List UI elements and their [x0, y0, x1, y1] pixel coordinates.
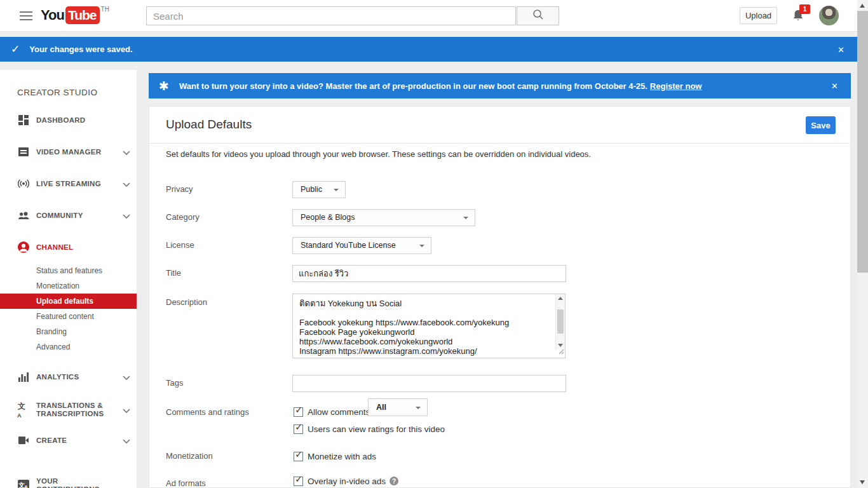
monetize-with-ads-label: Monetize with ads [308, 452, 376, 461]
dropdown-arrow-icon [419, 245, 424, 247]
intro-text: Set defaults for videos you upload throu… [166, 149, 591, 159]
monetize-row: ✓ Monetize with ads [294, 451, 376, 462]
privacy-value: Public [301, 185, 322, 194]
description-label: Description [166, 297, 207, 307]
check-icon: ✓ [11, 43, 20, 56]
view-ratings-checkbox[interactable]: ✓ [294, 424, 303, 434]
account-avatar[interactable] [819, 6, 839, 25]
top-header: You Tube TH Upload 1 [0, 0, 868, 32]
youtube-logo[interactable]: You Tube TH [41, 6, 109, 24]
upload-button[interactable]: Upload [740, 7, 777, 24]
video-manager-icon [18, 146, 29, 158]
page-title: Upload Defaults [166, 118, 252, 132]
sidebar-item-label: COMMUNITY [36, 212, 120, 220]
translate-icon: 文A [18, 404, 29, 416]
sidebar-item-analytics[interactable]: ANALYTICS [0, 369, 137, 384]
monetization-label: Monetization [166, 451, 213, 461]
dashboard-icon [18, 114, 29, 126]
scrollbar-thumb[interactable] [857, 11, 868, 273]
title-label: Title [166, 268, 181, 278]
save-button[interactable]: Save [806, 116, 836, 134]
star-icon: ✱ [159, 80, 169, 92]
hamburger-menu-icon[interactable] [20, 11, 32, 20]
comment-moderation-select[interactable]: All [368, 398, 428, 416]
sidebar-item-label: ANALYTICS [36, 373, 120, 381]
chevron-down-icon [123, 146, 130, 158]
close-icon[interactable]: ✕ [831, 81, 838, 91]
scroll-down-icon[interactable] [860, 480, 865, 484]
allow-comments-checkbox[interactable]: ✓ [294, 407, 303, 417]
chevron-down-icon [123, 178, 130, 189]
view-ratings-row: ✓ Users can view ratings for this video [294, 423, 445, 435]
bell-icon [792, 15, 804, 25]
page-scrollbar[interactable] [857, 0, 868, 488]
textarea-scrollbar[interactable] [555, 294, 565, 349]
sidebar-subitem-featured-content[interactable]: Featured content [0, 309, 137, 324]
resize-handle-icon[interactable] [558, 346, 564, 357]
allow-comments-row: ✓ Allow comments [294, 403, 370, 421]
title-input[interactable] [292, 265, 566, 282]
sidebar-item-video-manager[interactable]: VIDEO MANAGER [0, 144, 137, 159]
scroll-up-icon[interactable] [860, 4, 865, 8]
sidebar-item-create[interactable]: CREATE [0, 433, 137, 448]
scroll-up-icon[interactable] [558, 297, 563, 300]
help-icon[interactable]: ? [390, 477, 398, 485]
scrollbar-thumb[interactable] [557, 309, 564, 334]
comments-ratings-label: Comments and ratings [166, 407, 249, 417]
sidebar-subitem-monetization[interactable]: Monetization [0, 278, 137, 294]
sidebar-item-label: TRANSLATIONS & TRANSCRIPTIONS [36, 402, 120, 418]
check-icon: ✓ [295, 449, 303, 460]
search-button[interactable] [517, 6, 559, 25]
sidebar-item-translations-transcriptions[interactable]: 文A TRANSLATIONS & TRANSCRIPTIONS [0, 399, 137, 421]
saved-message: Your changes were saved. [29, 44, 132, 54]
sidebar-item-label: VIDEO MANAGER [36, 148, 120, 156]
register-now-link[interactable]: Register now [650, 81, 702, 91]
license-select[interactable]: Standard YouTube License [292, 237, 431, 254]
your-contributions-icon: 文A [18, 480, 29, 488]
dropdown-arrow-icon [334, 189, 339, 191]
search-icon [532, 9, 544, 23]
description-text: ติดตาม Yokekung บน Social Facebook yokek… [293, 294, 552, 358]
license-label: License [166, 240, 194, 250]
description-textarea[interactable]: ติดตาม Yokekung บน Social Facebook yokek… [292, 294, 566, 358]
create-icon [18, 435, 29, 446]
search-input[interactable] [146, 6, 516, 25]
category-select[interactable]: People & Blogs [292, 209, 475, 226]
sidebar-item-label: CREATE [36, 437, 120, 445]
close-icon[interactable]: ✕ [837, 44, 844, 54]
check-icon: ✓ [295, 473, 303, 485]
tags-input[interactable] [292, 375, 566, 392]
privacy-select[interactable]: Public [292, 181, 346, 198]
privacy-label: Privacy [166, 184, 193, 194]
allow-comments-label: Allow comments [308, 407, 370, 417]
comment-moderation-value: All [376, 403, 386, 412]
sidebar-item-your-contributions[interactable]: 文A YOUR CONTRIBUTIONS [0, 478, 137, 488]
bootcamp-promo-banner: ✱ Want to turn your story into a video? … [149, 73, 851, 98]
chevron-down-icon [123, 371, 130, 383]
sidebar-item-channel[interactable]: CHANNEL [0, 240, 137, 255]
youtube-creator-studio-page: You Tube TH Upload 1 ✓ Your changes were… [0, 0, 868, 488]
sidebar-subitem-status-and-features[interactable]: Status and features [0, 263, 137, 278]
notifications-button[interactable]: 1 [792, 8, 811, 25]
overlay-in-video-ads-label: Overlay in-video ads [308, 477, 386, 486]
monetize-with-ads-checkbox[interactable]: ✓ [294, 452, 303, 461]
sidebar-item-live-streaming[interactable]: LIVE STREAMING [0, 176, 137, 191]
logo-region-code: TH [101, 6, 109, 13]
category-label: Category [166, 212, 200, 222]
sidebar-item-label: LIVE STREAMING [36, 180, 120, 188]
ad-formats-label: Ad formats [166, 478, 206, 488]
sidebar-item-label: DASHBOARD [36, 116, 120, 125]
logo-you-text: You [41, 6, 64, 24]
sidebar-subitem-branding[interactable]: Branding [0, 324, 137, 339]
sidebar-item-dashboard[interactable]: DASHBOARD [0, 112, 137, 128]
sidebar-item-community[interactable]: COMMUNITY [0, 208, 137, 223]
sidebar-item-label: CHANNEL [36, 243, 120, 252]
overlay-in-video-ads-checkbox[interactable]: ✓ [294, 477, 303, 486]
sidebar-subitem-advanced[interactable]: Advanced [0, 339, 137, 355]
check-icon: ✓ [295, 421, 303, 433]
community-icon [18, 210, 29, 221]
sidebar-subitem-upload-defaults[interactable]: Upload defaults [0, 294, 137, 309]
tags-label: Tags [166, 378, 183, 388]
changes-saved-bar: ✓ Your changes were saved. ✕ [0, 37, 857, 62]
chevron-down-icon [123, 435, 130, 446]
